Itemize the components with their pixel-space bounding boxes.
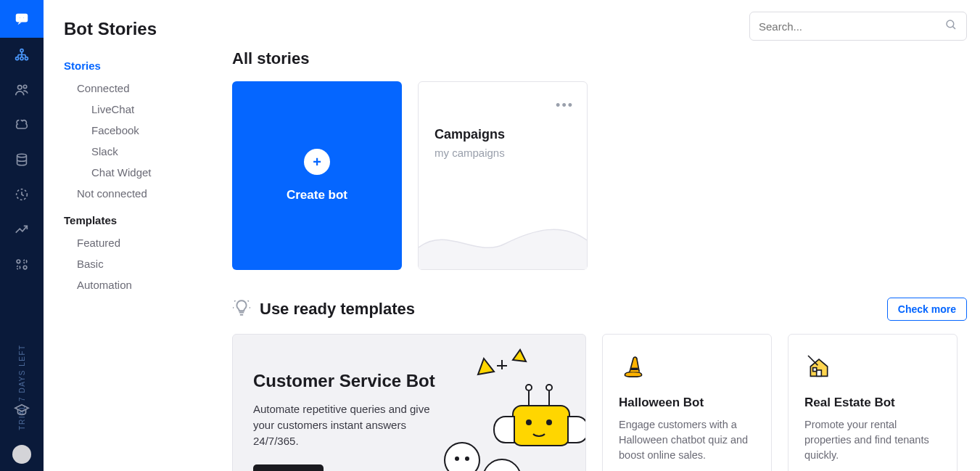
page-title: Bot Stories (64, 19, 212, 39)
nav-clock-icon[interactable] (0, 177, 44, 212)
side-item-connected[interactable]: Connected (64, 78, 212, 99)
side-item-chatwidget[interactable]: Chat Widget (64, 162, 212, 183)
svg-rect-22 (513, 406, 569, 446)
svg-rect-32 (817, 370, 822, 376)
svg-point-9 (17, 154, 27, 157)
import-bot-button[interactable]: Import bot (253, 464, 324, 471)
nav-academy-icon[interactable] (0, 393, 44, 427)
svg-point-28 (546, 385, 552, 390)
side-group-stories[interactable]: Stories (64, 60, 212, 72)
nav-brain-icon[interactable] (0, 107, 44, 142)
side-group-templates[interactable]: Templates (64, 214, 212, 226)
create-bot-card[interactable]: + Create bot (232, 81, 402, 270)
template-card-title: Real Estate Bot (804, 396, 941, 410)
template-card-desc: Engage customers with a Halloween chatbo… (619, 417, 755, 463)
side-item-livechat[interactable]: LiveChat (64, 99, 212, 120)
template-featured-title: Customer Service Bot (253, 371, 440, 391)
nav-database-icon[interactable] (0, 142, 44, 177)
svg-point-17 (456, 457, 458, 460)
svg-point-3 (20, 49, 23, 52)
template-card-realestate[interactable]: Real Estate Bot Promote your rental prop… (788, 334, 958, 471)
template-card-title: Halloween Bot (619, 396, 755, 410)
svg-point-24 (546, 419, 552, 425)
side-item-facebook[interactable]: Facebook (64, 120, 212, 141)
search-icon (944, 18, 958, 34)
svg-point-8 (23, 85, 26, 88)
story-card-campaigns[interactable]: ••• Campaigns my campaigns (418, 81, 588, 270)
svg-point-12 (23, 260, 27, 263)
nav-people-icon[interactable] (0, 73, 44, 107)
brand-logo-icon[interactable] (0, 0, 44, 38)
side-item-featured[interactable]: Featured (64, 232, 212, 253)
template-card-desc: Promote your rental properties and find … (804, 417, 941, 463)
svg-point-5 (20, 57, 23, 60)
side-item-slack[interactable]: Slack (64, 141, 212, 162)
search-box[interactable] (749, 12, 967, 41)
svg-rect-31 (631, 368, 638, 370)
lightbulb-icon (232, 298, 251, 320)
section-all-stories: All stories (232, 49, 967, 68)
create-bot-label: Create bot (287, 188, 347, 202)
nav-integrations-icon[interactable] (0, 247, 44, 282)
search-input[interactable] (759, 20, 944, 33)
house-icon (804, 352, 833, 381)
svg-rect-0 (16, 14, 28, 22)
svg-point-1 (19, 17, 20, 18)
svg-point-16 (445, 443, 479, 471)
svg-point-7 (18, 86, 22, 90)
side-item-notconnected[interactable]: Not connected (64, 183, 212, 204)
svg-point-23 (526, 419, 532, 425)
nav-rail: TRIAL 7 DAYS LEFT (0, 0, 44, 471)
svg-point-2 (23, 17, 25, 18)
svg-point-11 (17, 260, 20, 263)
svg-point-4 (16, 57, 19, 60)
svg-point-19 (483, 459, 521, 471)
story-card-subtitle: my campaigns (435, 147, 587, 159)
svg-rect-33 (813, 368, 817, 372)
plus-icon: + (304, 149, 330, 175)
svg-point-15 (947, 20, 954, 28)
svg-point-14 (23, 266, 27, 269)
side-item-basic[interactable]: Basic (64, 253, 212, 274)
user-avatar[interactable] (12, 445, 31, 464)
svg-point-26 (526, 385, 532, 390)
section-templates: Use ready templates (260, 300, 415, 319)
witch-hat-icon (619, 352, 648, 381)
svg-point-13 (17, 266, 20, 269)
side-panel: Bot Stories Stories Connected LiveChat F… (44, 0, 232, 471)
nav-stories-icon[interactable] (0, 38, 44, 73)
story-card-title: Campaigns (435, 127, 587, 142)
check-more-button[interactable]: Check more (887, 298, 967, 321)
main-content: All stories + Create bot ••• Campaigns m… (232, 0, 980, 471)
template-featured-desc: Automate repetitive queries and give you… (253, 401, 440, 449)
template-card-halloween[interactable]: Halloween Bot Engage customers with a Ha… (602, 334, 772, 471)
template-featured-card[interactable]: Customer Service Bot Automate repetitive… (232, 334, 586, 471)
card-menu-icon[interactable]: ••• (556, 98, 574, 113)
nav-trend-icon[interactable] (0, 212, 44, 247)
robot-illustration (433, 344, 586, 471)
card-wave-decor (419, 218, 587, 269)
svg-point-18 (466, 457, 469, 460)
svg-point-6 (25, 57, 28, 60)
side-item-automation[interactable]: Automation (64, 274, 212, 295)
